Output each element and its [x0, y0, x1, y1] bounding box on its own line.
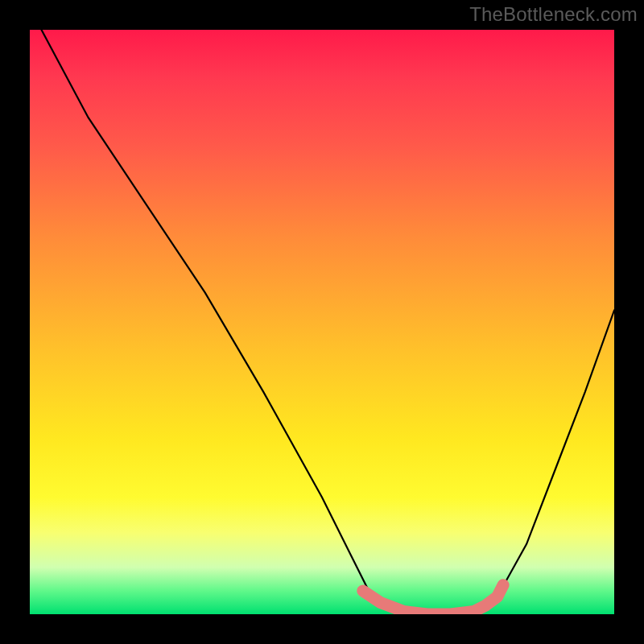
watermark-text: TheBottleneck.com: [469, 3, 638, 26]
chart-svg: [30, 30, 614, 614]
bottleneck-curve-line: [42, 30, 615, 614]
chart-plot-area: [30, 30, 614, 614]
bottleneck-floor-highlight: [363, 585, 503, 614]
